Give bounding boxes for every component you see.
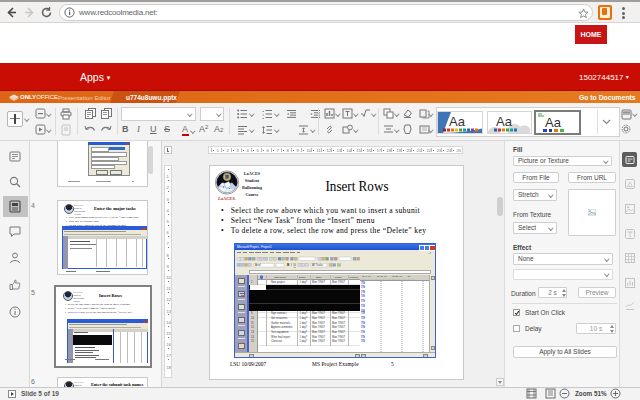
svg-text:Aa: Aa: [496, 114, 513, 129]
svg-text:Aa: Aa: [545, 115, 562, 130]
svg-text:Aa: Aa: [449, 114, 466, 129]
svg-text:I: I: [291, 263, 292, 267]
svg-text:Arial: Arial: [255, 263, 261, 267]
svg-text:All Tasks: All Tasks: [312, 263, 324, 267]
